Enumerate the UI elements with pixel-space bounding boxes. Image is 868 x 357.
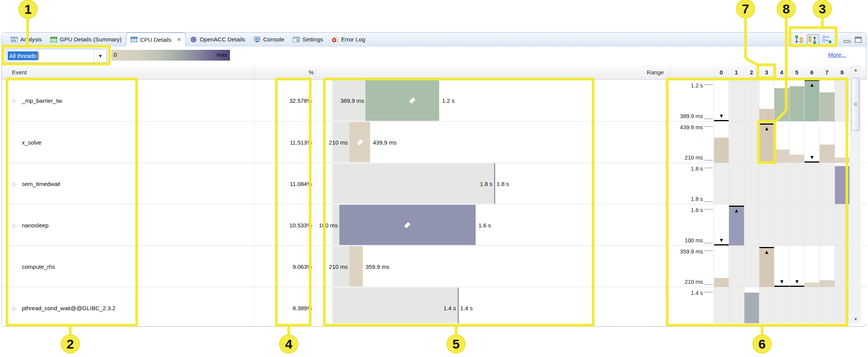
thread-cell: ▲ [804, 80, 819, 121]
thread-value-bar [835, 166, 850, 204]
callout-number: 1 [25, 2, 32, 16]
callout-number: 5 [453, 337, 460, 351]
expand-arrow-icon[interactable]: ▷ [13, 98, 17, 104]
close-icon[interactable]: ✕ [177, 36, 181, 43]
axis-tick [704, 209, 713, 210]
event-name[interactable]: sem_timedwait [22, 180, 60, 187]
thread-cell [774, 204, 789, 245]
axis-tick [704, 160, 713, 161]
tab-error-log[interactable]: Error Log [327, 33, 370, 46]
tab-cpu-details[interactable]: CPU Details✕ [126, 33, 186, 46]
event-name[interactable]: x_solve [22, 139, 41, 145]
expand-arrow-icon[interactable]: ▷ [13, 305, 17, 311]
max-line-marker [729, 206, 744, 207]
column-header-percent[interactable]: % [254, 69, 314, 76]
thread-column-header-6: 6 [804, 69, 819, 76]
tab-settings[interactable]: Settings [289, 33, 327, 46]
max-arrow-icon: ▲ [764, 249, 769, 255]
flat-view-icon[interactable] [821, 34, 833, 45]
thread-axis-top-label: 1.6 s [634, 207, 703, 213]
maximize-icon[interactable] [854, 35, 863, 44]
table-row[interactable]: x_solve11.513%210 ms439.9 ms439.9 ms210 … [2, 121, 867, 163]
scroll-down-icon[interactable]: ▼ [851, 315, 860, 323]
thread-cell [804, 163, 819, 204]
percent-value: 11.084% [252, 180, 312, 187]
thread-cell [804, 246, 819, 287]
thread-cell [835, 204, 850, 245]
expand-arrow-icon[interactable]: ▷ [13, 181, 17, 186]
callout-number: 7 [742, 2, 749, 16]
thread-cell [729, 246, 744, 287]
callout-circle-2 [61, 335, 79, 353]
chevron-down-icon[interactable]: ▼ [94, 49, 107, 63]
more-link[interactable]: More... [828, 51, 846, 58]
table-row[interactable]: ▷sem_timedwait11.084%1.8 s1.8 s1.8 s1.8 … [2, 163, 867, 204]
tab-console[interactable]: Console [250, 33, 289, 46]
column-header-event[interactable]: Event [12, 69, 26, 76]
min-arrow-icon: ▼ [719, 237, 724, 243]
table-row[interactable]: ▷_mp_barrier_tw32.578%389.9 ms1.2 s1.2 s… [2, 80, 867, 121]
view-tab-strip: AnalysisGPU Details (Summary)CPU Details… [2, 33, 866, 46]
thread-cell [789, 122, 804, 163]
thread-cell [714, 287, 729, 323]
range-min-label: 1.8 s [439, 180, 493, 187]
thread-cell [819, 204, 834, 245]
cpu-details-profiler-window: AnalysisGPU Details (Summary)CPU Details… [0, 0, 868, 357]
scroll-up-icon[interactable]: ▲ [851, 66, 860, 74]
collapse-tree-icon[interactable] [793, 34, 805, 45]
tab-label: Error Log [341, 36, 365, 43]
thread-cell [789, 287, 804, 323]
event-name[interactable]: _mp_barrier_tw [22, 97, 62, 104]
callout-circle-3 [813, 0, 832, 18]
thread-value-bar [714, 138, 729, 163]
thread-cell [714, 163, 729, 204]
scrollbar-thumb[interactable] [851, 78, 860, 131]
thread-cell [774, 80, 789, 121]
event-name[interactable]: pthread_cond_wait@@GLIBC_2.3.2 [22, 304, 116, 311]
profiler-panel: AnalysisGPU Details (Summary)CPU Details… [2, 32, 866, 327]
column-divider [315, 287, 316, 323]
heat-gradient-legend: 0 max [111, 50, 230, 61]
minimize-icon[interactable] [843, 35, 852, 44]
thread-cell [744, 80, 759, 121]
thread-cell [744, 246, 759, 287]
legend-min-label: 0 [114, 51, 117, 58]
thread-cell [759, 80, 774, 121]
thread-cell [759, 204, 774, 245]
range-min-label: 389.9 ms [310, 97, 364, 104]
thread-cell [835, 80, 850, 121]
thread-cell [804, 204, 819, 245]
tab-openacc-details[interactable]: OpenACC Details [186, 33, 249, 46]
thread-axis-bottom-label: 100 ms [634, 237, 703, 243]
max-line-marker [759, 247, 774, 248]
callout-circle-6 [753, 335, 771, 353]
callout-circle-4 [279, 335, 298, 353]
thread-cell: ▲ [729, 204, 744, 245]
thread-cell [819, 122, 834, 163]
table-row[interactable]: compute_rhs9.063%210 ms359.9 ms359.9 ms2… [2, 245, 867, 287]
range-bar [349, 246, 363, 286]
axis-tick [704, 84, 713, 85]
range-max-label: 1.6 s [478, 222, 491, 228]
table-header-row: Event % Range 012345678 [2, 66, 866, 80]
event-name[interactable]: nanosleep [22, 222, 48, 228]
tab-gpu-details-summary-[interactable]: GPU Details (Summary) [46, 33, 126, 46]
expand-arrow-icon[interactable]: ▷ [13, 222, 17, 228]
event-name[interactable]: compute_rhs [22, 263, 55, 270]
thread-filter-dropdown[interactable]: All threads ▼ [6, 49, 107, 63]
tab-analysis[interactable]: Analysis [7, 33, 46, 46]
vertical-scrollbar[interactable]: ▲ ▼ [850, 66, 861, 323]
expand-tree-icon[interactable] [807, 34, 819, 45]
thread-value-bar [820, 92, 834, 121]
thread-cell [759, 287, 774, 323]
axis-tick [704, 126, 713, 127]
column-header-range[interactable]: Range [501, 69, 664, 76]
tab-label: GPU Details (Summary) [60, 36, 122, 43]
thread-cell [729, 287, 744, 323]
tab-label: CPU Details [140, 36, 172, 43]
table-row[interactable]: ▷pthread_cond_wait@@GLIBC_2.3.28.389%1.4… [2, 287, 867, 323]
table-row[interactable]: ▷nanosleep10.533%100 ms1.6 s1.6 s100 ms▼… [2, 204, 867, 245]
thread-cell [835, 287, 850, 323]
settings-icon [293, 36, 300, 43]
percent-value: 8.389% [252, 304, 312, 311]
